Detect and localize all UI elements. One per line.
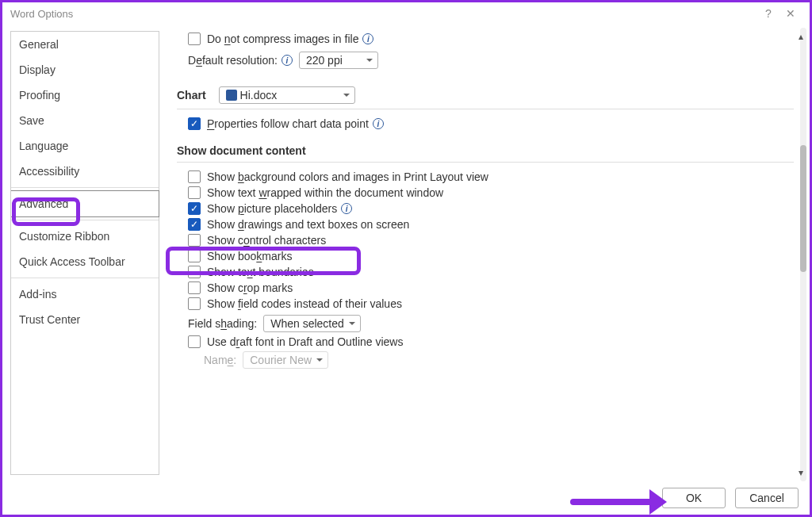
compress-label: Do not compress images in file: [207, 33, 358, 45]
scroll-thumb[interactable]: [800, 145, 806, 272]
chart-section-label: Chart: [177, 89, 206, 101]
dialog-title: Word Options: [10, 8, 73, 20]
default-resolution-select[interactable]: 220 ppi: [299, 52, 378, 69]
info-icon[interactable]: i: [282, 55, 293, 66]
sidebar-item-addins[interactable]: Add-ins: [11, 281, 159, 307]
scrollbar[interactable]: ▴ ▾: [797, 28, 810, 481]
info-icon[interactable]: i: [373, 118, 384, 129]
field-codes-checkbox[interactable]: [188, 297, 201, 310]
help-button[interactable]: ?: [757, 7, 779, 20]
document-icon: [226, 90, 237, 101]
control-chars-label: Show control characters: [207, 234, 326, 247]
draft-font-name-select: Courier New: [243, 351, 328, 369]
drawings-checkbox[interactable]: [188, 218, 201, 231]
chart-file-select[interactable]: Hi.docx: [219, 86, 355, 104]
control-chars-checkbox[interactable]: [188, 234, 201, 247]
drawings-label: Show drawings and text boxes on screen: [207, 218, 409, 231]
sidebar-item-customize-ribbon[interactable]: Customize Ribbon: [11, 224, 159, 249]
wrap-checkbox[interactable]: [188, 186, 201, 199]
compress-checkbox[interactable]: [188, 33, 201, 45]
close-button[interactable]: ✕: [779, 7, 802, 20]
field-shading-label: Field shading:: [188, 317, 257, 330]
text-boundaries-label: Show text boundaries: [207, 266, 314, 278]
draft-font-checkbox[interactable]: [188, 335, 201, 348]
bg-label: Show background colors and images in Pri…: [207, 170, 488, 183]
sidebar-item-trust-center[interactable]: Trust Center: [11, 307, 159, 332]
sidebar-item-general[interactable]: General: [11, 32, 159, 57]
sidebar-item-proofing[interactable]: Proofing: [11, 82, 159, 108]
wrap-label: Show text wrapped within the document wi…: [207, 186, 443, 199]
bookmarks-checkbox[interactable]: [188, 250, 201, 262]
sidebar-item-accessibility[interactable]: Accessibility: [11, 159, 159, 184]
text-boundaries-checkbox[interactable]: [188, 266, 201, 278]
sidebar-item-language[interactable]: Language: [11, 133, 159, 159]
crop-marks-checkbox[interactable]: [188, 281, 201, 294]
sidebar-item-quick-access[interactable]: Quick Access Toolbar: [11, 249, 159, 274]
properties-label: Properties follow chart data point: [207, 117, 369, 130]
field-codes-label: Show field codes instead of their values: [207, 297, 402, 310]
info-icon[interactable]: i: [362, 33, 373, 44]
picture-placeholders-label: Show picture placeholders: [207, 202, 337, 215]
sidebar-item-save[interactable]: Save: [11, 108, 159, 133]
picture-placeholders-checkbox[interactable]: [188, 202, 201, 215]
scroll-up-icon[interactable]: ▴: [799, 31, 803, 42]
properties-checkbox[interactable]: [188, 117, 201, 130]
cancel-button[interactable]: Cancel: [735, 488, 799, 508]
draft-font-label: Use draft font in Draft and Outline view…: [207, 335, 403, 348]
sidebar-item-advanced[interactable]: Advanced: [11, 190, 159, 217]
content-pane: Do not compress images in file i Default…: [159, 25, 810, 481]
bookmarks-label: Show bookmarks: [207, 250, 292, 262]
crop-marks-label: Show crop marks: [207, 281, 293, 294]
info-icon[interactable]: i: [341, 203, 352, 214]
bg-checkbox[interactable]: [188, 170, 201, 183]
show-content-section: Show document content: [177, 144, 794, 157]
draft-font-name-label: Name:: [204, 354, 236, 366]
default-resolution-label: Default resolution:: [188, 54, 278, 67]
sidebar: General Display Proofing Save Language A…: [10, 31, 159, 475]
sidebar-item-display[interactable]: Display: [11, 57, 159, 82]
field-shading-select[interactable]: When selected: [263, 315, 361, 332]
scroll-down-icon[interactable]: ▾: [799, 467, 803, 478]
